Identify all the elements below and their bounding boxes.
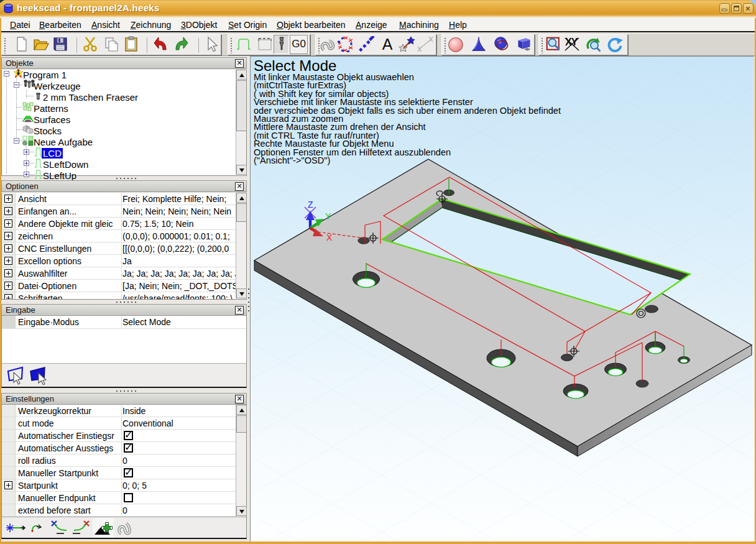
svg-text:X: X: [326, 233, 333, 242]
svg-text:Z: Z: [308, 200, 313, 210]
svg-text:Y: Y: [325, 211, 331, 221]
